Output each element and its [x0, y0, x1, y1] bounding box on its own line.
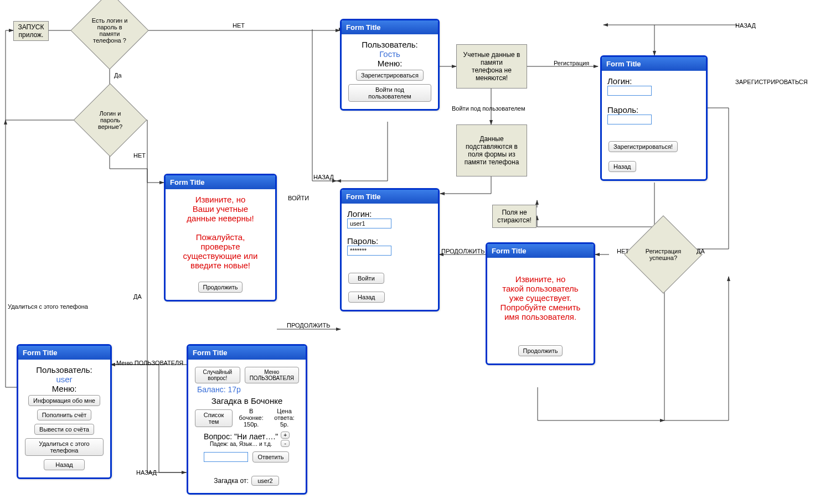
game-random-button[interactable]: Случайный вопрос!: [195, 367, 240, 383]
game-from-label: Загадка от:: [214, 477, 248, 485]
register-pass-input[interactable]: [607, 115, 652, 124]
register-login-input[interactable]: [607, 86, 652, 96]
edge-cont2: ПРОДОЛЖИТЬ: [441, 248, 484, 254]
register-back-button[interactable]: Назад: [608, 161, 636, 172]
login-login-label: Логин:: [347, 209, 432, 219]
edge-no3: НЕТ: [617, 248, 629, 254]
edge-back1: НАЗАД: [735, 22, 756, 29]
decision-credentials-valid: Логин и пароль верные?: [84, 94, 136, 146]
note-noclear: Поля не стираются!: [492, 205, 537, 228]
error-continue-button[interactable]: Продолжить: [198, 282, 243, 293]
note-memory: Учетные данные в памяти телефона не меня…: [456, 44, 527, 89]
edge-enter: ВОЙТИ: [288, 195, 309, 201]
login-pass-input[interactable]: *******: [347, 246, 391, 256]
game-themes-button[interactable]: Список тем: [195, 409, 233, 427]
form-register-title: Form Title: [602, 57, 706, 71]
game-author-button[interactable]: user2: [251, 476, 279, 486]
form-usermenu-title: Form Title: [18, 346, 110, 360]
game-balance: Баланс: 17р: [194, 385, 300, 394]
usermenu-withdraw-button[interactable]: Вывести со счёта: [34, 424, 94, 435]
login-pass-label: Пароль:: [347, 236, 432, 246]
error-l7: введите новые!: [171, 261, 270, 270]
edge-signup: ЗАРЕГИСТРИРОВАТЬСЯ: [735, 79, 808, 85]
error-l2: Ваши учетные: [171, 204, 270, 214]
form-guest: Form Title Пользователь: Гость Меню: Зар…: [340, 19, 440, 111]
game-riddle-title: Загадка в Бочонке: [194, 396, 300, 406]
form-game: Form Title Случайный вопрос! Меню ПОЛЬЗО…: [187, 344, 307, 495]
edge-no2: НЕТ: [133, 152, 146, 159]
guest-user-name: Гость: [347, 49, 432, 59]
d2-label: Логин и пароль верные?: [98, 110, 122, 130]
game-hint: Падеж: аа, Язык… и т.д.: [204, 441, 278, 447]
start-label: ЗАПУСК прилож.: [18, 23, 44, 39]
form-register: Form Title Логин: Пароль: Зарегистрирова…: [600, 55, 708, 181]
exists-l2: такой пользователь: [493, 284, 588, 293]
form-error-title: Form Title: [166, 175, 275, 189]
usermenu-info-button[interactable]: Информация обо мне: [28, 395, 100, 406]
game-answer-button[interactable]: Ответить: [252, 451, 288, 463]
login-back-button[interactable]: Назад: [348, 292, 385, 303]
edge-cont: ПРОДОЛЖИТЬ: [287, 322, 330, 329]
exists-l3: уже существует.: [493, 293, 588, 303]
form-login-title: Form Title: [342, 190, 438, 204]
edge-yes1: Да: [114, 72, 122, 79]
error-l6: существующие или: [171, 251, 270, 261]
game-usermenu-button[interactable]: Меню ПОЛЬЗОВАТЕЛЯ: [245, 367, 299, 383]
form-user-menu: Form Title Пользователь: user Меню: Инфо…: [17, 344, 112, 479]
usermenu-topup-button[interactable]: Пополнить счёт: [37, 409, 92, 420]
error-l3: данные неверны!: [171, 214, 270, 223]
note-memory-label: Учетные данные в памяти телефона не меня…: [461, 51, 522, 82]
note-noclear-label: Поля не стираются!: [497, 209, 531, 224]
edge-yes3: ДА: [697, 248, 705, 254]
game-price-val: 5р.: [269, 421, 300, 428]
game-question: Вопрос: "Ни лает….": [204, 432, 278, 441]
register-pass-label: Пароль:: [607, 105, 700, 115]
edge-back2: НАЗАД: [313, 174, 334, 180]
guest-login-button[interactable]: Войти под пользователем: [348, 84, 431, 102]
form-exists: Form Title Извините, но такой пользовате…: [486, 242, 595, 365]
decision-has-credentials: Есть логин и пароль в памяти телефона ?: [82, 3, 137, 58]
usermenu-user-label: Пользователь:: [24, 365, 105, 375]
guest-menu-label: Меню:: [347, 59, 432, 68]
usermenu-user-name: user: [24, 375, 105, 384]
edge-menuuser: Меню ПОЛЬЗОВАТЕЛЯ: [116, 360, 183, 366]
game-plus-button[interactable]: +: [281, 432, 290, 439]
guest-register-button[interactable]: Зарегистрироваться: [356, 70, 424, 81]
usermenu-menu-label: Меню:: [24, 384, 105, 393]
guest-user-label: Пользователь:: [347, 40, 432, 49]
game-pot-label: В бочонке:: [238, 408, 264, 421]
edge-reg: Регистрация: [554, 60, 589, 66]
game-minus-button[interactable]: -: [281, 440, 290, 447]
note-fill-label: Данные подставляются в поля формы из пам…: [465, 135, 519, 166]
form-error: Form Title Извините, но Ваши учетные дан…: [164, 174, 277, 302]
exists-l4: Попробуйте сменить: [493, 303, 588, 312]
d1-label: Есть логин и пароль в памяти телефона ?: [92, 17, 128, 44]
start-box: ЗАПУСК прилож.: [13, 21, 49, 41]
game-pot-val: 150р.: [238, 421, 264, 428]
exists-l5: имя пользователя.: [493, 312, 588, 321]
usermenu-delete-button[interactable]: Удалиться с этого телефона: [25, 438, 104, 456]
register-login-label: Логин:: [607, 76, 700, 86]
decision-registration-ok: Регистрация успешна?: [636, 227, 691, 282]
form-game-title: Form Title: [188, 346, 306, 360]
error-l4: Пожалуйста,: [171, 232, 270, 242]
login-submit-button[interactable]: Войти: [348, 273, 384, 284]
game-answer-input[interactable]: [204, 452, 248, 462]
d3-label: Регистрация успешна?: [646, 248, 681, 261]
form-exists-title: Form Title: [487, 244, 594, 258]
exists-l1: Извините, но: [493, 274, 588, 284]
form-login: Form Title Логин: user1 Пароль: ******* …: [340, 188, 440, 311]
usermenu-back-button[interactable]: Назад: [44, 459, 85, 470]
edge-loginas: Войти под пользователем: [452, 105, 525, 112]
game-price-label: Цена ответа:: [269, 408, 300, 421]
edge-yes2: ДА: [133, 293, 142, 300]
note-fill: Данные подставляются в поля формы из пам…: [456, 124, 527, 176]
edge-back3: НАЗАД: [136, 469, 157, 476]
exists-continue-button[interactable]: Продолжить: [518, 345, 563, 356]
edge-delete: Удалиться с этого телефона: [8, 303, 88, 310]
login-login-input[interactable]: user1: [347, 219, 391, 228]
error-l1: Извините, но: [171, 195, 270, 204]
register-submit-button[interactable]: Зарегистрироваться!: [608, 141, 678, 152]
form-guest-title: Form Title: [342, 20, 438, 34]
edge-no1: НЕТ: [233, 22, 245, 29]
